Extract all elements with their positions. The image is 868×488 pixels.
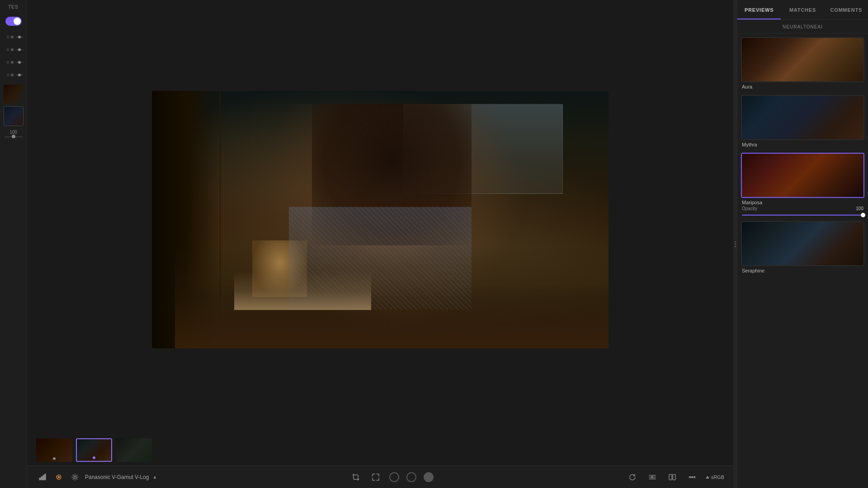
opacity-slider-thumb xyxy=(861,213,865,217)
slider-track-2[interactable] xyxy=(15,49,23,50)
histogram-button[interactable] xyxy=(36,471,49,483)
fullscreen-icon xyxy=(372,474,379,481)
svg-point-10 xyxy=(689,476,690,478)
slider-row-4: 0 xyxy=(4,73,23,77)
slider-value-2: 0 xyxy=(4,47,9,52)
resize-dot-2 xyxy=(735,244,736,245)
resize-dot-3 xyxy=(735,246,736,247)
left-thumbnails xyxy=(2,84,25,126)
svg-rect-8 xyxy=(669,474,672,480)
bottom-left-controls: Panasonic V-Gamut V-Log ▲ xyxy=(36,471,157,483)
card-label-aura: Aura xyxy=(741,84,864,89)
slider-track-3[interactable] xyxy=(15,62,23,63)
settings-button[interactable] xyxy=(69,471,81,483)
bottom-right-controls: sRGB xyxy=(626,471,724,483)
tab-comments-label: COMMENTS xyxy=(830,7,863,13)
more-icon xyxy=(689,474,696,481)
slider-track-4[interactable] xyxy=(15,75,23,75)
svg-point-6 xyxy=(74,476,76,478)
svg-rect-2 xyxy=(43,475,44,480)
fullscreen-button[interactable] xyxy=(369,471,382,483)
slider-dot-1 xyxy=(11,36,14,38)
film-thumb-2[interactable] xyxy=(76,438,112,462)
left-thumb-2[interactable] xyxy=(4,106,24,126)
slider-dot-4 xyxy=(11,74,14,76)
slider-track-1[interactable] xyxy=(15,37,23,38)
card-thumb-aura xyxy=(741,37,864,82)
film-thumb-1-dot xyxy=(53,457,56,460)
color-space-label: Panasonic V-Gamut V-Log xyxy=(85,474,149,480)
right-panel: PREVIEWS MATCHES COMMENTS NEURALTONEAI A… xyxy=(737,0,868,488)
card-thumb-mariposa xyxy=(741,153,864,198)
scope-button-2[interactable] xyxy=(406,472,416,482)
opacity-label: Opacity xyxy=(742,206,757,211)
preview-card-mariposa[interactable]: Mariposa Opacity 100 xyxy=(741,153,864,216)
tab-previews-label: PREVIEWS xyxy=(745,7,774,13)
resize-dots xyxy=(735,241,736,247)
color-space-chevron[interactable]: ▲ xyxy=(152,474,157,479)
svg-point-5 xyxy=(58,476,60,478)
tab-previews[interactable]: PREVIEWS xyxy=(737,0,781,19)
split-view-icon xyxy=(669,474,676,481)
scope-button-3[interactable] xyxy=(424,472,434,482)
refresh-button[interactable] xyxy=(626,471,639,483)
ai-label-text: NEURALTONEAI xyxy=(783,24,823,29)
opacity-slider-fill xyxy=(742,215,865,216)
ai-label: NEURALTONEAI xyxy=(737,20,868,33)
grade-button[interactable] xyxy=(52,471,65,483)
srgb-selector[interactable]: sRGB xyxy=(706,474,724,480)
mariposa-opacity-row: Opacity 100 xyxy=(741,205,864,214)
tab-matches[interactable]: MATCHES xyxy=(781,0,824,19)
card-thumb-aura-bg xyxy=(742,38,863,81)
ai-toggle[interactable] xyxy=(5,17,22,26)
slider-value-4: 0 xyxy=(4,73,9,77)
card-thumb-seraphine xyxy=(741,221,864,266)
svg-point-7 xyxy=(651,476,653,478)
slider-dot-3 xyxy=(11,61,14,64)
mask-button[interactable] xyxy=(646,471,659,483)
srgb-label-text: sRGB xyxy=(711,474,724,480)
film-thumb-2-dot xyxy=(93,456,95,459)
grade-icon xyxy=(55,474,62,481)
master-slider[interactable] xyxy=(5,136,23,137)
tab-matches-label: MATCHES xyxy=(789,7,816,13)
svg-rect-1 xyxy=(41,477,42,480)
left-thumb-1-bg xyxy=(4,84,24,104)
svg-rect-3 xyxy=(45,474,46,480)
resize-dot-1 xyxy=(735,241,736,243)
card-thumb-mythra-bg xyxy=(742,96,863,139)
card-thumb-mythra xyxy=(741,95,864,140)
tab-comments[interactable]: COMMENTS xyxy=(825,0,868,19)
shirt-pattern xyxy=(289,207,472,310)
crop-icon xyxy=(352,474,359,481)
settings-icon xyxy=(71,474,79,481)
split-view-button[interactable] xyxy=(666,471,679,483)
opacity-slider[interactable] xyxy=(742,215,865,216)
sliders-group: 0 0 0 0 xyxy=(0,35,27,77)
slider-value-3: 0 xyxy=(4,60,9,65)
left-thumb-2-bg xyxy=(4,107,23,126)
preview-card-aura[interactable]: Aura xyxy=(741,37,864,89)
master-value: 100 xyxy=(9,130,17,135)
right-panel-tabs: PREVIEWS MATCHES COMMENTS xyxy=(737,0,868,20)
histogram-icon xyxy=(39,474,46,481)
film-thumb-3[interactable] xyxy=(116,438,152,462)
preview-card-seraphine[interactable]: Seraphine xyxy=(741,221,864,273)
slider-dot-2 xyxy=(11,48,14,51)
svg-rect-0 xyxy=(39,478,41,480)
left-thumb-1[interactable] xyxy=(4,84,24,104)
card-thumb-mariposa-bg xyxy=(742,154,863,197)
card-thumb-seraphine-bg xyxy=(742,222,863,265)
slider-row-2: 0 xyxy=(4,47,23,52)
crop-button[interactable] xyxy=(349,471,362,483)
preview-card-mythra[interactable]: Mythra xyxy=(741,95,864,147)
scope-button-1[interactable] xyxy=(389,472,399,482)
srgb-triangle-icon xyxy=(706,476,709,479)
resize-handle[interactable] xyxy=(733,0,737,488)
film-thumb-1[interactable] xyxy=(36,438,72,462)
card-label-mariposa: Mariposa xyxy=(741,200,864,205)
main-preview-image xyxy=(152,91,609,348)
refresh-icon xyxy=(629,474,636,481)
more-button[interactable] xyxy=(686,471,698,483)
master-slider-thumb xyxy=(12,135,15,138)
